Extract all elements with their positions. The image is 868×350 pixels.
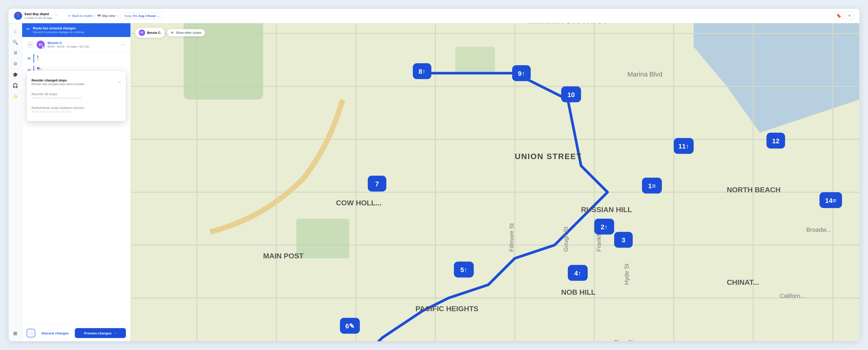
chevron-down-icon: ⌄ bbox=[157, 14, 160, 18]
stop-title-03: M... bbox=[37, 67, 126, 70]
plus-button[interactable]: + bbox=[845, 11, 854, 20]
reorder-all-stops-option: Reorder all stops Reorder all stops with… bbox=[31, 89, 121, 103]
svg-text:Californ...: Californ... bbox=[780, 292, 805, 299]
route-distance: 15.7 km bbox=[79, 45, 89, 48]
svg-text:UNION STREET: UNION STREET bbox=[515, 152, 582, 161]
app-container: 📍 East Bay depot 2 routes in last 30 day… bbox=[8, 9, 859, 341]
svg-text:NOB HILL: NOB HILL bbox=[561, 288, 596, 296]
preview-changes-button[interactable]: Preview changes → bbox=[75, 328, 126, 338]
svg-text:3: 3 bbox=[622, 236, 625, 244]
sidebar-icons: ⌂ 🔍 🖥 ⚙ 🎓 🎧 ✨ ▦ bbox=[8, 23, 22, 341]
clock-badge-icon: ⏰ bbox=[42, 46, 45, 49]
svg-text:RUSSIAN HILL: RUSSIAN HILL bbox=[581, 205, 632, 213]
map-icon: 🗺 bbox=[97, 14, 101, 18]
map-area[interactable]: MARINA DISTRICT FORT MASON Marina Blvd C… bbox=[131, 23, 859, 341]
svg-text:Marina Blvd: Marina Blvd bbox=[627, 70, 662, 78]
topbar-nav: ↩ Back to routes › 🗺 Map view › Today Fr… bbox=[68, 12, 831, 19]
select-button[interactable]: ⬚ bbox=[27, 329, 35, 337]
reorder-changed-stops-option[interactable]: Reorder changed stops Reorder only chang… bbox=[31, 75, 121, 89]
svg-text:2↑: 2↑ bbox=[601, 223, 608, 231]
route-stops-area: 02 1 P... 03 M... 15 bbox=[22, 53, 130, 325]
route-separator-1: • bbox=[65, 45, 67, 48]
today-label: Today bbox=[124, 14, 132, 18]
stop-details-02: 1 P... bbox=[37, 54, 126, 62]
svg-text:Hyde St: Hyde St bbox=[623, 264, 630, 285]
back-arrow-icon: ↩ bbox=[68, 14, 71, 18]
route-meta: 08:00 – 09:24 • 14 stops • 15.7 km bbox=[48, 45, 117, 48]
svg-text:COW HOLL...: COW HOLL... bbox=[336, 199, 382, 207]
unsaved-banner-title: Route has unsaved changes bbox=[33, 26, 84, 30]
driver-initials: BC bbox=[39, 43, 43, 46]
svg-text:1≡: 1≡ bbox=[648, 182, 656, 189]
reorder-option-2-desc: Reorder all stops without changing drive… bbox=[31, 96, 82, 100]
select-icon: ⬚ bbox=[29, 331, 33, 335]
sidebar-item-search[interactable]: 🔍 bbox=[11, 38, 20, 47]
depot-text: East Bay depot 2 routes in last 30 days bbox=[24, 12, 52, 20]
svg-text:12: 12 bbox=[772, 137, 780, 145]
date-route-selector[interactable]: Today Fri, Aug 2 Route ⌄ bbox=[120, 12, 164, 19]
show-other-routes-button[interactable]: 👁 Show other routes bbox=[167, 29, 205, 36]
svg-text:9↑: 9↑ bbox=[518, 70, 525, 77]
reorder-option-2-arrow-icon: → bbox=[118, 94, 121, 98]
unsaved-changes-banner: ✏ Route has unsaved changes Discard or p… bbox=[22, 23, 130, 37]
driver-avatar: BC ⏰ bbox=[37, 41, 45, 49]
reorder-option-1-desc: Reorder only changed stops where possibl… bbox=[31, 82, 84, 86]
route-menu-button[interactable]: ··· bbox=[120, 41, 126, 48]
bookmark-button[interactable]: 🔖 bbox=[835, 11, 843, 20]
sidebar-item-magic[interactable]: ✨ bbox=[11, 92, 20, 101]
route-separator-2: • bbox=[78, 45, 79, 48]
svg-text:14≡: 14≡ bbox=[825, 197, 837, 204]
sidebar-item-headset[interactable]: 🎧 bbox=[11, 81, 20, 90]
reorder-option-3-arrow-icon: → bbox=[118, 108, 121, 112]
reorder-option-3-title: Redistribute stops between drivers bbox=[31, 106, 84, 110]
svg-text:11↑: 11↑ bbox=[678, 142, 689, 150]
depot-chevron-icon[interactable]: ⌃ bbox=[55, 14, 57, 18]
timeline-line-02 bbox=[33, 54, 34, 63]
route-stops: 14 stops bbox=[67, 45, 77, 48]
show-routes-label: Show other routes bbox=[176, 31, 202, 35]
depot-info: 📍 East Bay depot 2 routes in last 30 day… bbox=[14, 12, 57, 20]
map-background: MARINA DISTRICT FORT MASON Marina Blvd C… bbox=[131, 23, 859, 341]
back-to-routes-btn[interactable]: ↩ Back to routes bbox=[68, 14, 93, 18]
svg-text:MAIN POST: MAIN POST bbox=[263, 252, 304, 260]
driver-chip: BC Bessie C. bbox=[135, 28, 165, 38]
svg-text:Gough St: Gough St bbox=[562, 226, 569, 252]
reorder-option-1-text: Reorder changed stops Reorder only chang… bbox=[31, 78, 84, 86]
svg-text:4↑: 4↑ bbox=[575, 270, 581, 277]
stop-row-02: 02 1 P... bbox=[22, 53, 130, 64]
depot-icon: 📍 bbox=[14, 12, 22, 20]
svg-text:7: 7 bbox=[375, 180, 379, 187]
depot-name: East Bay depot bbox=[24, 12, 52, 16]
left-panel: ✏ Route has unsaved changes Discard or p… bbox=[22, 23, 131, 341]
topbar: 📍 East Bay depot 2 routes in last 30 day… bbox=[8, 9, 859, 23]
pencil-icon: ✏ bbox=[27, 27, 30, 32]
topbar-actions: 🔖 + bbox=[835, 11, 854, 20]
svg-text:5↑: 5↑ bbox=[460, 266, 467, 274]
map-overlay-top: BC Bessie C. 👁 Show other routes bbox=[135, 28, 205, 38]
svg-text:CHINAT...: CHINAT... bbox=[727, 278, 759, 286]
driver-chip-initials: BC bbox=[141, 31, 144, 34]
svg-text:PACIFIC HEIGHTS: PACIFIC HEIGHTS bbox=[415, 305, 478, 313]
driver-chip-name: Bessie C. bbox=[147, 31, 161, 35]
sidebar-item-settings[interactable]: ⚙ bbox=[11, 59, 20, 68]
svg-text:NORTH BEACH: NORTH BEACH bbox=[727, 185, 781, 194]
route-header: ← BC ⏰ Bessie C. 08:00 – 09:24 • 14 stop… bbox=[22, 37, 130, 53]
nav-separator-2: › bbox=[117, 14, 118, 18]
svg-rect-21 bbox=[455, 47, 495, 73]
reorder-option-3-text: Redistribute stops between drivers Redis… bbox=[31, 106, 84, 113]
svg-text:6✎: 6✎ bbox=[345, 322, 354, 330]
unsaved-banner-text: Route has unsaved changes Discard or pre… bbox=[33, 26, 84, 34]
route-info: Bessie C. 08:00 – 09:24 • 14 stops • 15.… bbox=[48, 41, 117, 48]
stop-subtitle-02: P... bbox=[37, 58, 126, 61]
nav-separator-1: › bbox=[94, 14, 95, 18]
sidebar-item-education[interactable]: 🎓 bbox=[11, 70, 20, 79]
route-back-button[interactable]: ← bbox=[27, 41, 34, 48]
unsaved-banner-subtitle: Discard or preview changes to continue bbox=[33, 31, 84, 34]
sidebar-item-home[interactable]: ⌂ bbox=[11, 27, 20, 36]
svg-rect-20 bbox=[296, 219, 349, 258]
sidebar-item-monitor[interactable]: 🖥 bbox=[11, 48, 20, 58]
date-label: Fri, Aug 2 Route bbox=[133, 14, 156, 18]
discard-changes-button[interactable]: Discard changes bbox=[38, 328, 72, 338]
map-view-btn[interactable]: 🗺 Map view bbox=[97, 14, 115, 18]
sidebar-item-layout[interactable]: ▦ bbox=[11, 328, 20, 338]
